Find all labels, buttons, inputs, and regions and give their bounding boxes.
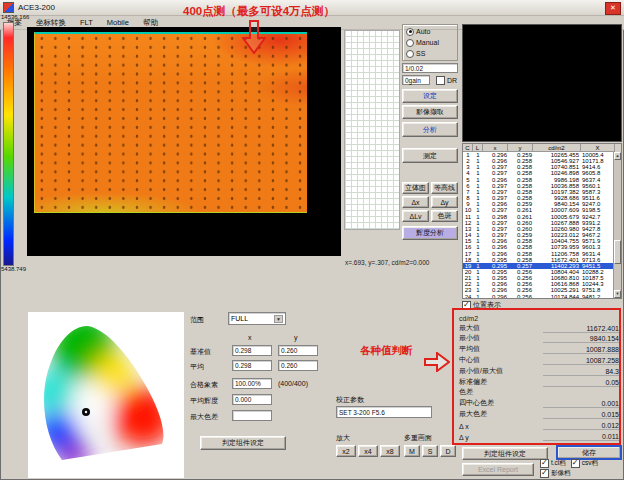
scroll-down-icon[interactable]: ▼ <box>614 290 621 298</box>
radio-icon <box>406 50 414 58</box>
export-checkbox[interactable]: t.cl档 <box>540 459 566 468</box>
column-header[interactable]: cd/m2 <box>533 144 581 152</box>
multi-screen-button[interactable]: M <box>404 445 420 457</box>
stat-row: cd/m2 <box>459 311 619 322</box>
checkbox-icon <box>462 301 471 310</box>
measurement-table: CLxycd/m2X 1 1 0.296 0.259 10265.455 100… <box>462 143 622 299</box>
column-header[interactable]: x <box>483 144 508 152</box>
multi-screen-buttons: MSD <box>404 445 456 457</box>
luminance-analysis-button[interactable]: 辉度分析 <box>402 226 458 240</box>
zoom-label: 放大 <box>336 433 350 443</box>
column-header[interactable]: X <box>581 144 615 152</box>
camera-preview <box>462 24 622 142</box>
stats-panel: cd/m2 最大值 11672.401 最小值 9840.154 平均值 100… <box>459 311 619 441</box>
column-header[interactable]: L <box>473 144 483 152</box>
delta-lv-button[interactable]: ΔLv <box>402 210 429 222</box>
gain-field[interactable]: 0gain <box>402 75 430 85</box>
save-button[interactable]: 储存 <box>556 445 622 460</box>
zoom-buttons: x2x4x8 <box>336 445 400 457</box>
menu-item[interactable]: 坐标转换 <box>29 18 73 28</box>
average-x-field[interactable]: 0.298 <box>232 360 272 371</box>
dr-checkbox[interactable]: DR <box>436 76 457 85</box>
calibration-panel: 校正参数 SET 3-200 F5.6 放大 x2x4x8 多重画面 MSD <box>336 395 458 478</box>
capture-mode-radio[interactable]: SS <box>406 48 457 59</box>
checkbox-icon <box>436 76 445 85</box>
reference-x-field[interactable]: 0.298 <box>232 345 272 356</box>
settings-button[interactable]: 设定 <box>402 89 458 103</box>
window-title: ACE3-200 <box>18 3 55 12</box>
colorbar-max-label: 14536.166 <box>1 14 29 20</box>
delta-y-button[interactable]: Δy <box>431 196 458 208</box>
view3d-button[interactable]: 立体图 <box>402 182 429 194</box>
analyze-button[interactable]: 分析 <box>402 122 458 137</box>
average-y-field[interactable]: 0.260 <box>278 360 318 371</box>
menu-item[interactable]: 帮助 <box>136 18 165 28</box>
table-row[interactable]: 24 1 0.296 0.256 10174.844 9481.2 <box>463 294 621 298</box>
capture-mode-radio[interactable]: Auto <box>406 26 457 37</box>
col-y-header: y <box>294 334 298 341</box>
image-capture-button[interactable]: 影像撷取 <box>402 105 458 119</box>
stat-row: 最大值 11672.401 <box>459 322 619 333</box>
export-checkbox[interactable]: 影像档 <box>540 469 571 478</box>
stat-row: Δ x 0.012 <box>459 419 619 430</box>
reference-label: 基准值 <box>190 347 211 357</box>
pass-pixels-label: 合格象素 <box>190 380 218 390</box>
table-scrollbar[interactable]: ▲ ▼ <box>613 152 621 298</box>
zoom-button[interactable]: x4 <box>358 445 378 457</box>
stat-row: 四中心色差 0.001 <box>459 397 619 408</box>
measure-button[interactable]: 测定 <box>402 148 458 163</box>
export-checkbox[interactable]: csv档 <box>571 459 598 468</box>
app-icon <box>3 2 14 13</box>
pass-pixels-field: 100.00% <box>232 378 272 389</box>
calibration-label: 校正参数 <box>336 395 364 405</box>
close-button[interactable]: ✕ <box>605 2 621 15</box>
zoom-button[interactable]: x2 <box>336 445 356 457</box>
contour-grid-panel <box>344 30 400 230</box>
multi-screen-label: 多重画面 <box>404 433 432 443</box>
capture-mode-radio[interactable]: Manual <box>406 37 457 48</box>
stat-row: 标准偏差 0.05 <box>459 376 619 387</box>
exposure-field[interactable]: 1/0.02 <box>402 63 458 73</box>
stat-row: 平均值 10087.888 <box>459 343 619 354</box>
chevron-down-icon: ▼ <box>274 315 283 323</box>
multi-screen-button[interactable]: D <box>440 445 456 457</box>
reference-y-field[interactable]: 0.260 <box>278 345 318 356</box>
luminance-heatmap[interactable] <box>34 32 307 213</box>
stat-row: 最大色差 0.015 <box>459 408 619 419</box>
contour-button[interactable]: 等高线 <box>431 182 458 194</box>
judge-annotation: 各种值判断 <box>360 344 413 358</box>
scrollbar-thumb[interactable] <box>614 240 621 264</box>
judge-settings-button[interactable]: 判定组件设定 <box>200 436 286 450</box>
right-arrow-icon <box>424 352 450 372</box>
column-header[interactable]: y <box>508 144 533 152</box>
stat-row: 最小值 9840.154 <box>459 333 619 344</box>
max-colordiff-field <box>232 410 272 421</box>
range-label: 范围 <box>190 315 204 325</box>
zoom-button[interactable]: x8 <box>380 445 400 457</box>
radio-icon <box>406 28 414 36</box>
checkbox-icon <box>540 469 549 478</box>
calibration-field[interactable]: SET 3-200 F5.6 <box>336 406 432 418</box>
menu-item[interactable]: Mobile <box>100 18 136 27</box>
export-options: t.cl档 csv档 影像档 <box>540 459 624 478</box>
stat-row: 最小值/最大值 84.3 <box>459 365 619 376</box>
range-select[interactable]: FULL ▼ <box>228 312 286 325</box>
scroll-up-icon[interactable]: ▲ <box>614 152 621 160</box>
multi-screen-button[interactable]: S <box>422 445 438 457</box>
delta-x-button[interactable]: Δx <box>402 196 429 208</box>
summary-panel: 范围 FULL ▼ x y 基准值 0.298 0.260 平均 0.298 0… <box>190 312 332 478</box>
max-colordiff-label: 最大色差 <box>190 412 218 422</box>
radio-icon <box>406 39 414 47</box>
excel-report-button[interactable]: Excel Report <box>462 463 534 476</box>
menu-item[interactable]: FLT <box>73 18 100 27</box>
column-header[interactable]: C <box>463 144 473 152</box>
avg-luminance-field: 0.000 <box>232 394 272 405</box>
checkbox-icon <box>540 459 549 468</box>
position-display-checkbox[interactable]: 位置表示 <box>462 300 501 310</box>
colorbar-min-label: 5438.749 <box>1 266 26 272</box>
colorbar-legend <box>3 22 14 266</box>
checkbox-icon <box>571 459 580 468</box>
avg-luminance-label: 平均辉度 <box>190 396 218 406</box>
mura-button[interactable]: 色斑 <box>431 210 458 222</box>
judgment-settings-button[interactable]: 判定组件设定 <box>462 447 548 460</box>
